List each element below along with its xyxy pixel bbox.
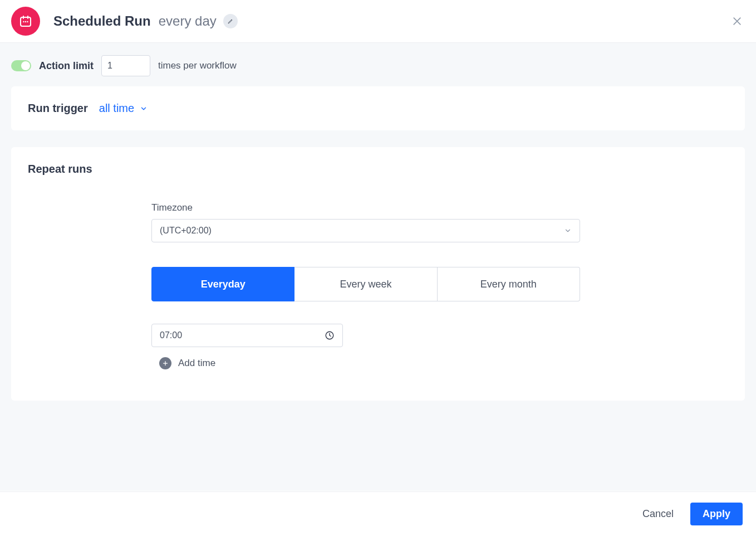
- edit-title-button[interactable]: [223, 14, 238, 28]
- tab-every-month[interactable]: Every month: [438, 267, 580, 301]
- add-time-button[interactable]: Add time: [151, 357, 580, 369]
- chevron-down-icon: [140, 105, 148, 113]
- plus-icon: [162, 360, 169, 367]
- chevron-down-icon: [564, 227, 572, 235]
- close-button[interactable]: [729, 13, 745, 29]
- time-value: 07:00: [160, 330, 182, 340]
- action-limit-label: Action limit: [39, 60, 94, 72]
- action-limit-toggle[interactable]: [11, 60, 31, 71]
- run-trigger-card: Run trigger all time: [11, 86, 745, 130]
- frequency-segment: Everyday Every week Every month: [151, 267, 580, 301]
- dialog-body: Action limit times per workflow Run trig…: [0, 43, 756, 491]
- svg-point-2: [25, 21, 26, 22]
- svg-point-1: [23, 21, 24, 22]
- time-input[interactable]: 07:00: [151, 324, 343, 347]
- clock-icon: [325, 330, 335, 340]
- action-limit-input[interactable]: [101, 55, 150, 76]
- svg-point-3: [27, 21, 28, 22]
- dialog-footer: Cancel Apply: [0, 491, 756, 536]
- dialog-header: Scheduled Run every day: [0, 0, 756, 43]
- calendar-badge-icon: [11, 7, 40, 36]
- pencil-icon: [227, 18, 234, 25]
- dialog-title: Scheduled Run: [53, 13, 151, 29]
- action-limit-row: Action limit times per workflow: [11, 53, 745, 86]
- plus-circle-icon: [159, 357, 171, 369]
- tab-everyday[interactable]: Everyday: [151, 267, 294, 301]
- cancel-button[interactable]: Cancel: [639, 508, 677, 520]
- dialog-subtitle: every day: [159, 13, 217, 29]
- tab-every-week[interactable]: Every week: [294, 267, 437, 301]
- timezone-label: Timezone: [151, 202, 580, 213]
- action-limit-suffix: times per workflow: [158, 60, 237, 71]
- calendar-icon: [19, 14, 32, 28]
- add-time-label: Add time: [178, 358, 215, 369]
- repeat-runs-title: Repeat runs: [28, 163, 728, 176]
- repeat-runs-card: Repeat runs Timezone (UTC+02:00) Everyda…: [11, 147, 745, 401]
- apply-button[interactable]: Apply: [690, 503, 743, 525]
- run-trigger-dropdown[interactable]: all time: [99, 102, 148, 115]
- run-trigger-value: all time: [99, 102, 134, 115]
- close-icon: [732, 16, 743, 27]
- run-trigger-label: Run trigger: [28, 102, 88, 115]
- timezone-value: (UTC+02:00): [160, 226, 212, 236]
- timezone-select[interactable]: (UTC+02:00): [151, 219, 580, 242]
